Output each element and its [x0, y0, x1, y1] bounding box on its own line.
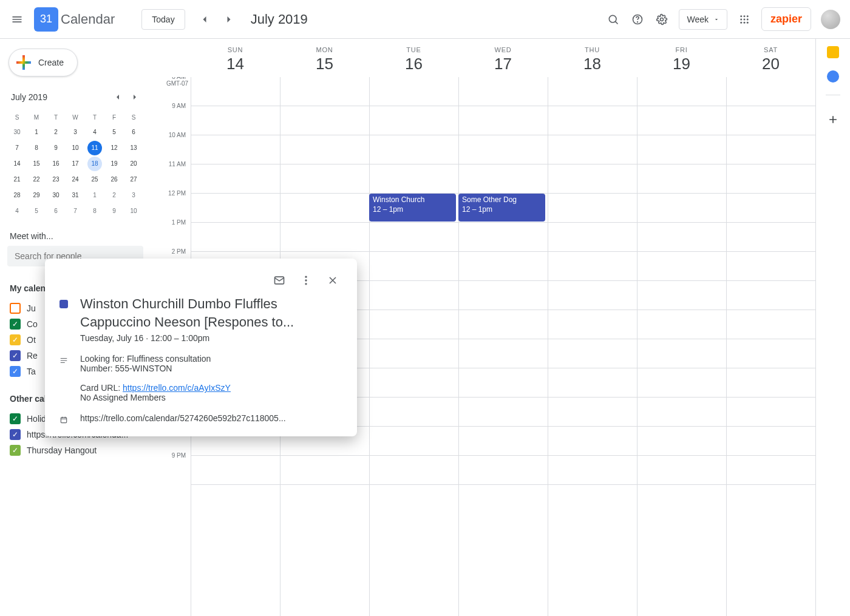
mini-cal-day[interactable]: 30 — [49, 188, 63, 203]
settings-button[interactable] — [650, 7, 674, 32]
calendar-label: Re — [27, 351, 38, 360]
day-number[interactable]: 20 — [726, 55, 815, 73]
create-button[interactable]: Create — [8, 49, 78, 76]
day-number[interactable]: 14 — [191, 55, 280, 73]
mini-cal-day[interactable]: 24 — [68, 172, 83, 187]
description-icon — [59, 355, 68, 366]
mini-cal-day[interactable]: 28 — [10, 188, 24, 203]
calendar-event[interactable]: Some Other Dog12 – 1pm — [458, 194, 545, 222]
day-number[interactable]: 19 — [637, 55, 726, 73]
next-week-button[interactable] — [217, 7, 241, 32]
calendar-checkbox[interactable] — [10, 319, 21, 330]
mini-calendar[interactable]: SMTWTFS301234567891011121314151617181920… — [7, 110, 143, 219]
mini-cal-day[interactable]: 22 — [29, 172, 44, 187]
calendar-list-item[interactable]: Thursday Hangout — [7, 442, 143, 458]
mini-cal-day[interactable]: 1 — [87, 188, 102, 203]
mini-cal-day[interactable]: 23 — [49, 172, 63, 187]
mini-cal-day[interactable]: 12 — [107, 141, 121, 155]
mini-cal-prev[interactable] — [109, 89, 126, 106]
mini-cal-day[interactable]: 7 — [68, 204, 83, 218]
card-url-label: Card URL: — [80, 383, 123, 393]
mail-icon — [273, 274, 285, 286]
calendar-checkbox[interactable] — [10, 334, 21, 345]
mini-cal-day[interactable]: 7 — [10, 141, 24, 155]
mini-cal-day[interactable]: 8 — [29, 141, 44, 155]
mini-cal-day[interactable]: 16 — [49, 157, 63, 171]
svg-point-2 — [638, 21, 638, 22]
close-popup-button[interactable] — [321, 268, 345, 293]
apps-grid-icon — [739, 14, 750, 25]
mini-cal-day[interactable]: 3 — [126, 188, 141, 203]
get-addons-button[interactable] — [821, 107, 845, 132]
svg-rect-17 — [61, 418, 66, 423]
today-button[interactable]: Today — [141, 9, 185, 30]
search-icon — [607, 13, 619, 25]
svg-point-11 — [743, 21, 745, 23]
mini-cal-day[interactable]: 20 — [126, 157, 141, 171]
prev-week-button[interactable] — [192, 7, 217, 32]
mini-cal-day[interactable]: 5 — [107, 125, 121, 140]
mini-cal-day[interactable]: 29 — [29, 188, 44, 203]
mini-cal-day[interactable]: 5 — [29, 204, 44, 218]
svg-point-3 — [661, 18, 664, 21]
mini-cal-day[interactable]: 15 — [29, 157, 44, 171]
mini-cal-day[interactable]: 11 — [87, 141, 102, 155]
mini-cal-day[interactable]: 9 — [107, 204, 121, 218]
mini-cal-next[interactable] — [126, 89, 143, 106]
mini-cal-day[interactable]: 2 — [107, 188, 121, 203]
mini-cal-day[interactable]: 4 — [87, 125, 102, 140]
day-number[interactable]: 17 — [458, 55, 548, 73]
calendar-checkbox[interactable] — [10, 303, 21, 314]
day-number[interactable]: 16 — [369, 55, 458, 73]
card-url-link[interactable]: https://trello.com/c/aAyIxSzY — [123, 383, 231, 393]
mini-cal-day[interactable]: 6 — [126, 125, 141, 140]
mini-cal-day[interactable]: 13 — [126, 141, 141, 155]
mini-cal-day[interactable]: 10 — [126, 204, 141, 218]
mini-cal-day[interactable]: 10 — [68, 141, 83, 155]
mini-cal-day[interactable]: 25 — [87, 172, 102, 187]
svg-point-15 — [305, 279, 307, 281]
day-of-week-label: MON — [280, 46, 369, 53]
mini-cal-day[interactable]: 4 — [10, 204, 24, 218]
mini-cal-day[interactable]: 26 — [107, 172, 121, 187]
calendar-checkbox[interactable] — [10, 366, 21, 377]
mini-cal-day[interactable]: 19 — [107, 157, 121, 171]
mini-cal-day[interactable]: 17 — [68, 157, 83, 171]
svg-point-12 — [747, 21, 749, 23]
day-of-week-label: SAT — [726, 46, 815, 53]
day-number[interactable]: 15 — [280, 55, 369, 73]
google-apps-button[interactable] — [732, 7, 756, 32]
mini-cal-day[interactable]: 9 — [49, 141, 63, 155]
email-guests-button[interactable] — [267, 268, 291, 293]
chevron-left-icon — [113, 92, 123, 102]
mini-cal-day[interactable]: 14 — [10, 157, 24, 171]
keep-addon-icon[interactable] — [827, 46, 839, 58]
mini-cal-day[interactable]: 18 — [87, 157, 102, 171]
calendar-event[interactable]: Winston Church12 – 1pm — [369, 194, 456, 222]
mini-cal-day[interactable]: 6 — [49, 204, 63, 218]
mini-cal-day[interactable]: 30 — [10, 125, 24, 140]
calendar-checkbox[interactable] — [10, 350, 21, 361]
day-of-week-label: FRI — [637, 46, 726, 53]
view-selector[interactable]: Week — [679, 9, 727, 30]
day-number[interactable]: 18 — [548, 55, 637, 73]
calendar-checkbox[interactable] — [10, 445, 21, 456]
event-color-chip — [59, 300, 68, 308]
mini-cal-day[interactable]: 21 — [10, 172, 24, 187]
search-button[interactable] — [601, 7, 625, 32]
event-options-button[interactable] — [294, 268, 318, 293]
mini-cal-day[interactable]: 31 — [68, 188, 83, 203]
main-menu-button[interactable] — [5, 7, 29, 32]
mini-cal-day[interactable]: 1 — [29, 125, 44, 140]
calendar-checkbox[interactable] — [10, 429, 21, 440]
chevron-right-icon — [223, 13, 235, 25]
mini-cal-day[interactable]: 8 — [87, 204, 102, 218]
account-avatar[interactable] — [821, 10, 840, 29]
zapier-extension-badge[interactable]: zapier — [761, 7, 811, 31]
mini-cal-day[interactable]: 27 — [126, 172, 141, 187]
calendar-checkbox[interactable] — [10, 413, 21, 424]
tasks-addon-icon[interactable] — [827, 70, 839, 83]
mini-cal-day[interactable]: 2 — [49, 125, 63, 140]
mini-cal-day[interactable]: 3 — [68, 125, 83, 140]
help-button[interactable] — [625, 7, 650, 32]
